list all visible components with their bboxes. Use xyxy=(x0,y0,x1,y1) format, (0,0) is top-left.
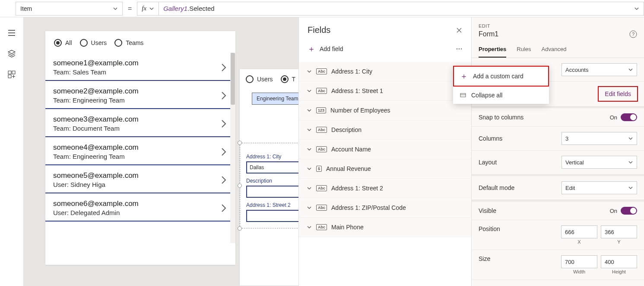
chevron-right-icon xyxy=(220,174,228,186)
property-selector[interactable]: Item xyxy=(16,2,123,16)
field-row[interactable]: AbcMain Phone xyxy=(299,218,471,237)
radio-option[interactable]: All xyxy=(54,39,72,47)
fields-context-menu: ＋ Add a custom card Collapse all xyxy=(453,66,549,104)
field-type-badge: $ xyxy=(316,166,322,172)
fx-button[interactable]: fx xyxy=(137,2,159,16)
plus-icon: ＋ xyxy=(308,44,315,54)
radio-option[interactable]: Users xyxy=(80,39,107,47)
resize-handle[interactable] xyxy=(238,226,242,231)
item-email: someone3@example.com xyxy=(53,115,139,124)
radio-label: Teams xyxy=(126,39,143,46)
radio-option[interactable]: Teams xyxy=(114,39,143,47)
prop-default-mode: Default mode Edit xyxy=(472,174,644,200)
selected-team-label[interactable]: Engineering Team xyxy=(252,93,298,105)
field-row[interactable]: AbcAccount Name xyxy=(299,140,471,159)
prop-label: Default mode xyxy=(479,184,514,191)
edit-fields-button[interactable]: Edit fields xyxy=(599,87,637,101)
gallery2-filter-row: UsersT xyxy=(240,69,298,89)
svg-rect-1 xyxy=(12,71,15,74)
list-item[interactable]: someone3@example.comTeam: Document Team xyxy=(45,109,235,137)
data-source-select[interactable]: Accounts xyxy=(562,63,637,76)
close-icon[interactable] xyxy=(456,27,463,34)
canvas[interactable]: AllUsersTeams someone1@example.comTeam: … xyxy=(24,17,298,286)
list-item[interactable]: someone4@example.comTeam: Engineering Te… xyxy=(45,137,235,165)
chevron-down-icon xyxy=(307,225,312,230)
item-email: someone1@example.com xyxy=(53,59,139,67)
form-field-input[interactable]: Dallas xyxy=(246,161,298,174)
resize-handle[interactable] xyxy=(238,141,242,145)
columns-select[interactable]: 3 xyxy=(562,132,637,145)
position-x-input[interactable]: 666 xyxy=(561,225,597,238)
size-height-input[interactable]: 400 xyxy=(601,255,637,268)
dim-label: Width xyxy=(573,269,585,274)
position-y-input[interactable]: 366 xyxy=(601,225,637,238)
chevron-down-icon xyxy=(307,127,312,132)
gallery1-list[interactable]: someone1@example.comTeam: Sales Teamsome… xyxy=(45,53,235,243)
chevron-down-icon[interactable] xyxy=(634,6,639,11)
list-item[interactable]: someone6@example.comUser: Delegated Admi… xyxy=(45,193,235,222)
item-email: someone5@example.com xyxy=(53,171,139,180)
list-item[interactable]: someone2@example.comTeam: Engineering Te… xyxy=(45,81,235,109)
menu-add-custom-card[interactable]: ＋ Add a custom card xyxy=(453,66,549,87)
default-mode-select[interactable]: Edit xyxy=(562,181,637,194)
prop-columns: Columns 3 xyxy=(472,127,644,151)
hamburger-icon[interactable] xyxy=(7,29,16,37)
more-icon[interactable] xyxy=(456,45,463,52)
field-type-badge: Abc xyxy=(316,205,327,211)
scrollbar-track[interactable] xyxy=(230,53,235,243)
select-value: 3 xyxy=(565,135,568,142)
menu-collapse-all[interactable]: Collapse all xyxy=(453,87,549,104)
layers-icon[interactable] xyxy=(7,49,16,58)
chevron-down-icon xyxy=(307,166,312,171)
field-row[interactable]: $Annual Revenue xyxy=(299,159,471,179)
axis-label: X xyxy=(577,239,581,244)
field-row[interactable]: AbcAddress 1: ZIP/Postal Code xyxy=(299,198,471,218)
field-row[interactable]: AbcAddress 1: Street 2 xyxy=(299,179,471,198)
chevron-down-icon xyxy=(628,160,633,165)
form-field-input[interactable] xyxy=(246,186,298,198)
add-field-button[interactable]: ＋ Add field xyxy=(308,44,343,54)
list-item[interactable]: someone5@example.comUser: Sidney Higa xyxy=(45,165,235,193)
chevron-down-icon xyxy=(307,69,312,74)
formula-input[interactable]: Gallery1.Selected xyxy=(159,2,644,16)
tab-advanced[interactable]: Advanced xyxy=(542,42,567,58)
item-subtitle: Team: Engineering Team xyxy=(53,96,139,104)
form-field-input[interactable] xyxy=(246,210,298,222)
help-icon[interactable]: ? xyxy=(629,30,637,38)
chevron-right-icon xyxy=(220,146,228,157)
resize-handle[interactable] xyxy=(238,183,242,188)
field-row[interactable]: AbcAddress 1: Street 1 xyxy=(299,81,471,101)
radio-label: Users xyxy=(91,39,107,46)
insert-icon[interactable] xyxy=(7,70,16,79)
field-row[interactable]: AbcAddress 1: City xyxy=(299,62,471,81)
radio-option[interactable]: Users xyxy=(246,75,273,83)
item-email: someone4@example.com xyxy=(53,143,139,152)
menu-label: Collapse all xyxy=(471,92,502,99)
field-name: Number of Employees xyxy=(330,107,390,114)
prop-snap: Snap to columns On xyxy=(472,106,644,127)
fields-list: AbcAddress 1: CityAbcAddress 1: Street 1… xyxy=(299,62,471,237)
plus-icon: ＋ xyxy=(460,71,468,81)
gallery2[interactable]: UsersT Engineering Team Address 1: CityD… xyxy=(240,69,298,286)
chevron-right-icon xyxy=(220,62,228,73)
visible-toggle[interactable] xyxy=(621,207,637,215)
snap-toggle[interactable] xyxy=(621,113,637,121)
gallery1[interactable]: AllUsersTeams someone1@example.comTeam: … xyxy=(45,31,235,265)
tab-rules[interactable]: Rules xyxy=(517,42,531,58)
svg-point-5 xyxy=(461,48,462,49)
fields-panel-title: Fields xyxy=(308,25,330,35)
radio-label: Users xyxy=(257,76,273,83)
scrollbar-thumb[interactable] xyxy=(231,53,235,105)
toggle-state: On xyxy=(610,114,617,121)
form-preview[interactable]: Address 1: CityDallasDescriptionAddress … xyxy=(240,143,298,228)
size-width-input[interactable]: 700 xyxy=(561,255,597,268)
tab-properties[interactable]: Properties xyxy=(479,42,506,58)
properties-tabs: Properties Rules Advanced xyxy=(472,42,644,58)
radio-option[interactable]: T xyxy=(281,75,296,83)
field-row[interactable]: 123Number of Employees xyxy=(299,101,471,120)
layout-select[interactable]: Vertical xyxy=(562,156,637,169)
chevron-down-icon xyxy=(628,136,633,141)
field-row[interactable]: AbcDescription xyxy=(299,120,471,140)
list-item[interactable]: someone1@example.comTeam: Sales Team xyxy=(45,53,235,81)
select-value: Accounts xyxy=(565,67,588,73)
